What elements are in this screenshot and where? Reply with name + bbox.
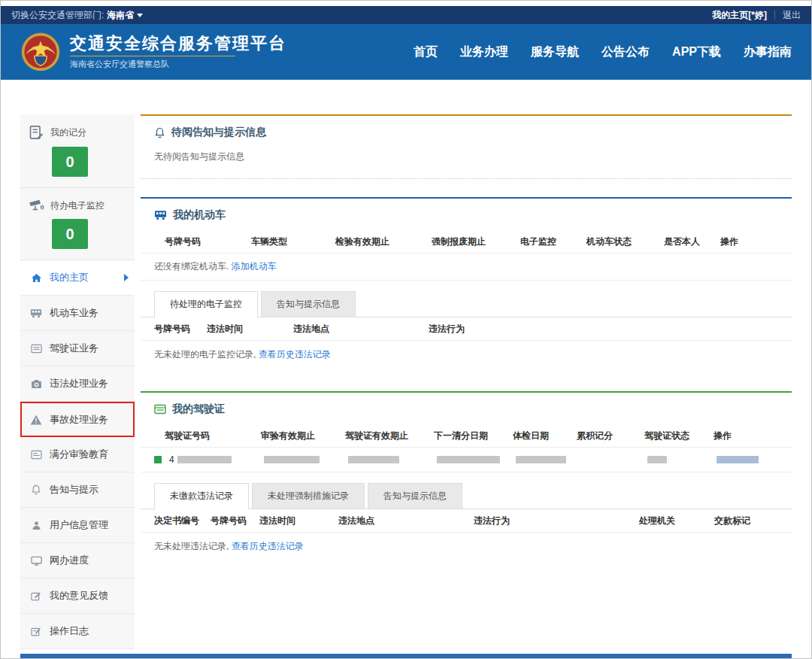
browser-window: 切换公安交通管理部门: 海南省 我的主页[*婷] 退出 <box>0 0 812 659</box>
violations-empty-text: 无未处理违法记录, <box>154 541 229 551</box>
column-header: 车辆类型 <box>241 235 325 248</box>
sidebar-item-notifications[interactable]: 告知与提示 <box>20 472 135 508</box>
tab-notice-info[interactable]: 告知与提示信息 <box>261 291 356 317</box>
nav-handling-guide[interactable]: 办事指南 <box>744 44 792 60</box>
license-violations-empty: 无未处理违法记录, 查看历史违法记录 <box>141 533 792 565</box>
header-gap <box>1 80 811 114</box>
stat-pending-surveillance: 待办电子监控 0 <box>20 188 135 260</box>
view-violation-history-link[interactable]: 查看历史违法记录 <box>232 541 304 551</box>
license-table-header: 驾驶证号码 审验有效期止 驾驶证有效期止 下一清分日期 体检日期 累积记分 驾驶… <box>141 424 792 448</box>
actions-cell <box>703 456 778 463</box>
tab-unpaid-violations[interactable]: 未缴款违法记录 <box>154 483 249 509</box>
sidebar-item-full-score-education[interactable]: 满分审验教育 <box>20 437 135 472</box>
column-header: 驾驶证号码 <box>154 430 250 442</box>
column-header: 下一清分日期 <box>423 430 502 442</box>
column-header: 决定书编号 <box>154 515 211 527</box>
brand: 交通安全综合服务管理平台 海南省公安厅交通警察总队 <box>20 32 286 72</box>
panel-my-license: 我的驾驶证 驾驶证号码 审验有效期止 驾驶证有效期止 下一清分日期 体检日期 累… <box>141 391 792 565</box>
column-header: 操作 <box>703 430 778 442</box>
sidebar-item-vehicle-business[interactable]: 机动车业务 <box>20 296 135 331</box>
sidebar-item-violation-business[interactable]: 违法处理业务 <box>20 366 135 402</box>
main-nav: 首页 业务办理 服务导航 公告公布 APP下载 办事指南 <box>414 44 792 60</box>
user-icon <box>29 521 43 530</box>
sidebar-item-online-progress[interactable]: 网办进度 <box>20 543 135 579</box>
sidebar-item-label: 驾驶证业务 <box>50 342 98 355</box>
column-header: 驾驶证状态 <box>634 430 703 442</box>
topbar-divider <box>774 11 775 20</box>
vehicle-empty-text: 还没有绑定机动车. <box>154 261 229 272</box>
column-header: 审验有效期止 <box>250 430 335 442</box>
masked-value <box>348 456 399 463</box>
masked-value <box>264 456 320 463</box>
tab-notice-info[interactable]: 告知与提示信息 <box>368 483 462 509</box>
column-header: 检验有效期止 <box>325 235 421 248</box>
license-table-row: 4 <box>141 448 792 472</box>
vehicle-icon <box>29 308 43 318</box>
column-header: 操作 <box>710 235 778 248</box>
police-badge-logo <box>20 32 61 72</box>
column-header: 违法时间 <box>207 323 293 336</box>
sidebar-item-operation-log[interactable]: 操作日志 <box>20 614 135 649</box>
feedback-pen-icon <box>29 591 43 601</box>
masked-value <box>516 456 566 463</box>
column-header: 号牌号码 <box>154 235 241 248</box>
nav-business[interactable]: 业务办理 <box>460 44 508 60</box>
nav-app-download[interactable]: APP下载 <box>672 44 721 60</box>
column-header: 累积记分 <box>566 430 634 442</box>
bell-icon <box>29 484 43 495</box>
physical-exam-date-cell <box>502 456 566 463</box>
sidebar-item-label: 事故处理业务 <box>50 413 108 427</box>
column-header: 违法地点 <box>293 323 429 336</box>
sidebar-item-my-home[interactable]: 我的主页 <box>20 260 135 296</box>
nav-home[interactable]: 首页 <box>414 44 438 60</box>
nav-service-guide[interactable]: 服务导航 <box>531 44 579 60</box>
sidebar-item-label: 操作日志 <box>50 624 89 638</box>
my-home-link[interactable]: 我的主页[*婷] <box>712 9 767 22</box>
sidebar-item-label: 我的主页 <box>50 271 89 284</box>
tab-pending-surveillance[interactable]: 待处理的电子监控 <box>154 291 258 317</box>
panel-title-text: 我的机动车 <box>173 208 226 222</box>
footer-top-line <box>20 654 792 658</box>
masked-value <box>177 456 232 463</box>
sidebar-item-license-business[interactable]: 驾驶证业务 <box>20 331 135 366</box>
tab-unhandled-enforcement[interactable]: 未处理强制措施记录 <box>252 483 365 509</box>
camera-icon <box>29 379 43 389</box>
add-vehicle-link[interactable]: 添加机动车 <box>232 261 277 272</box>
caret-down-icon <box>137 14 143 17</box>
license-number-cell: 4 <box>154 454 250 465</box>
sidebar-item-label: 满分审验教育 <box>50 448 108 461</box>
column-header: 违法时间 <box>259 515 338 527</box>
sidebar-item-label: 告知与提示 <box>50 483 98 497</box>
column-header: 是否本人 <box>653 235 710 248</box>
topbar: 切换公安交通管理部门: 海南省 我的主页[*婷] 退出 <box>1 6 811 24</box>
site-header: 交通安全综合服务管理平台 海南省公安厅交通警察总队 首页 业务办理 服务导航 公… <box>1 24 811 80</box>
license-expiry-cell <box>335 456 423 463</box>
panel-title-text: 我的驾驶证 <box>172 402 225 416</box>
sidebar-item-feedback[interactable]: 我的意见反馈 <box>20 579 135 614</box>
nav-announcements[interactable]: 公告公布 <box>601 44 650 60</box>
column-header: 违法地点 <box>338 515 474 527</box>
score-document-icon <box>28 125 44 140</box>
license-number-prefix: 4 <box>169 454 174 465</box>
dotted-divider <box>141 178 792 179</box>
view-violation-history-link[interactable]: 查看历史违法记录 <box>259 349 331 360</box>
certificate-icon <box>29 450 43 460</box>
sidebar-item-label: 我的意见反馈 <box>50 589 108 603</box>
sidebar-item-label: 用户信息管理 <box>50 518 108 532</box>
monitor-icon <box>29 556 43 566</box>
region-selector[interactable]: 海南省 <box>107 9 143 22</box>
log-pen-icon <box>29 627 43 636</box>
sidebar-item-user-info[interactable]: 用户信息管理 <box>20 508 135 543</box>
arrow-right-icon <box>124 274 129 281</box>
column-header: 体检日期 <box>502 430 566 442</box>
sidebar-item-accident-business[interactable]: 事故处理业务 <box>20 402 135 437</box>
license-tabs: 未缴款违法记录 未处理强制措施记录 告知与提示信息 <box>141 472 792 509</box>
column-header: 号牌号码 <box>211 515 259 527</box>
review-expiry-cell <box>250 456 335 463</box>
vehicle-violation-header: 号牌号码 违法时间 违法地点 违法行为 <box>141 317 792 341</box>
column-header: 驾驶证有效期止 <box>335 430 423 442</box>
panel-title-text: 待阅告知与提示信息 <box>171 126 266 139</box>
bus-icon <box>154 210 167 220</box>
page-content: 我的记分 0 待办电子监控 0 我的主页 <box>1 114 811 649</box>
logout-link[interactable]: 退出 <box>783 9 801 22</box>
